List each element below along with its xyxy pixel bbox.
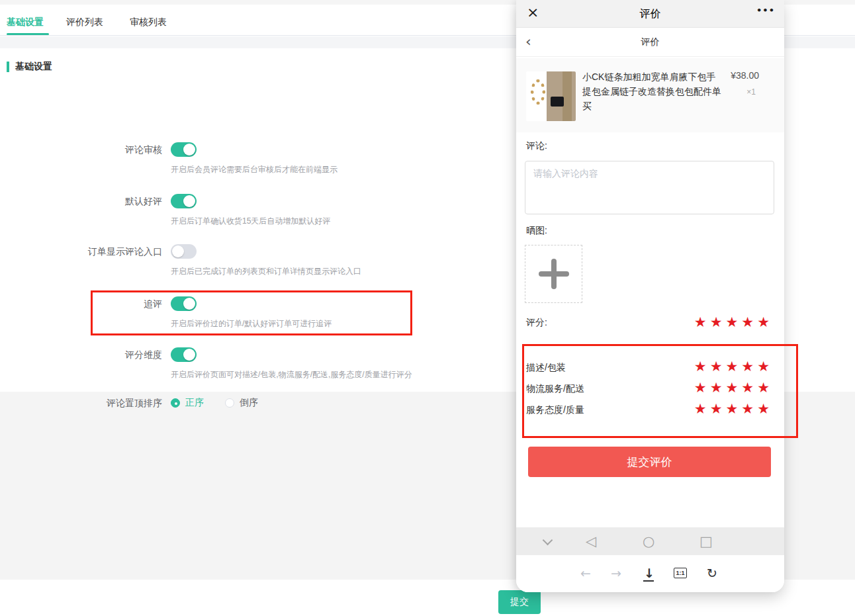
download-underline	[643, 580, 654, 582]
submit-button[interactable]: 提交	[498, 590, 541, 614]
tab-basic-settings[interactable]: 基础设置	[7, 17, 44, 28]
dimension-row: 描述/包装 ★★★★★	[516, 360, 784, 378]
setting-desc-default-praise: 开启后订单确认收货15天后自动增加默认好评	[171, 216, 330, 227]
toggle-knob	[183, 349, 195, 361]
ratio-1-1-icon[interactable]: 1:1	[674, 568, 687, 578]
setting-label-default-praise: 默认好评	[7, 194, 162, 208]
wechat-title: 评价	[516, 7, 784, 21]
comment-label: 评论:	[526, 140, 547, 152]
radio-dot	[225, 398, 234, 408]
radio-label: 正序	[185, 397, 204, 409]
toggle-knob	[172, 245, 184, 257]
radio-sort-ascending[interactable]: 正序	[171, 396, 204, 410]
android-nav-bar: ◁ ○ □	[516, 527, 784, 555]
active-tab-underline	[7, 33, 49, 35]
refresh-icon[interactable]: ↻	[707, 566, 717, 580]
setting-desc-order-entry: 开启后已完成订单的列表页和订单详情页显示评论入口	[171, 266, 361, 277]
coat-graphic	[562, 71, 572, 121]
tab-audit-list[interactable]: 审核列表	[130, 17, 167, 28]
dimension-label: 描述/包装	[526, 362, 566, 374]
mobile-preview: × 评价 ••• ‹ 评价 小CK链条加粗加宽单肩腋下包手提包金属链子改造替换包…	[516, 0, 784, 592]
next-arrow-icon[interactable]: →	[611, 566, 621, 580]
photos-label: 晒图:	[526, 225, 547, 237]
photo-upload-button[interactable]	[525, 245, 582, 303]
setting-label-comment-audit: 评论审核	[7, 142, 162, 157]
dimension-star-rating[interactable]: ★★★★★	[694, 380, 773, 396]
product-image	[526, 71, 576, 121]
section-header: 基础设置	[7, 61, 52, 73]
setting-label-follow-review: 追评	[7, 296, 162, 311]
setting-desc-rating-dimensions: 开启后评价页面可对描述/包装,物流服务/配送,服务态度/质量进行评分	[171, 369, 412, 380]
android-home-icon[interactable]: ○	[643, 533, 654, 549]
chain-graphic	[531, 79, 545, 105]
section-title: 基础设置	[15, 61, 52, 73]
toggle-knob	[183, 298, 195, 310]
setting-label-rating-dimensions: 评分维度	[7, 347, 162, 362]
chevron-down-icon[interactable]	[543, 535, 553, 546]
rating-label: 评分:	[526, 317, 547, 329]
overall-star-rating[interactable]: ★★★★★	[694, 314, 773, 330]
comment-input[interactable]	[525, 161, 774, 214]
product-card: 小CK链条加粗加宽单肩腋下包手提包金属链子改造替换包包配件单买 ¥38.00 ×…	[516, 58, 784, 132]
preview-toolbar: ← → ↓ 1:1 ↻	[516, 555, 784, 592]
download-icon[interactable]: ↓	[644, 566, 654, 580]
page-title: 评价	[516, 36, 784, 48]
dimension-row: 服务态度/质量 ★★★★★	[516, 402, 784, 421]
toggle-order-entry[interactable]	[171, 244, 197, 259]
dimension-star-rating[interactable]: ★★★★★	[694, 359, 773, 374]
bag-graphic	[551, 97, 564, 107]
section-accent-bar	[7, 62, 9, 72]
product-price: ¥38.00	[731, 70, 759, 81]
toggle-follow-review[interactable]	[171, 296, 197, 311]
toggle-rating-dimensions[interactable]	[171, 347, 197, 362]
toggle-knob	[183, 195, 195, 207]
toggle-knob	[183, 144, 195, 155]
wechat-titlebar: × 评价 •••	[516, 0, 784, 28]
page-navbar: ‹ 评价	[516, 28, 784, 57]
dimension-label: 物流服务/配送	[526, 383, 584, 395]
dimension-row: 物流服务/配送 ★★★★★	[516, 381, 784, 400]
plus-icon	[551, 259, 557, 289]
radio-dot	[171, 398, 180, 408]
setting-label-order-entry: 订单显示评论入口	[7, 244, 162, 259]
product-quantity: ×1	[746, 87, 756, 97]
radio-label: 倒序	[240, 397, 258, 409]
dimension-star-rating[interactable]: ★★★★★	[694, 401, 773, 417]
setting-desc-comment-audit: 开启后会员评论需要后台审核后才能在前端显示	[171, 164, 338, 175]
toggle-comment-audit[interactable]	[171, 142, 197, 157]
android-recent-icon[interactable]: □	[699, 533, 713, 549]
dimension-label: 服务态度/质量	[526, 404, 584, 416]
submit-review-button[interactable]: 提交评价	[528, 447, 771, 477]
radio-sort-descending[interactable]: 倒序	[225, 396, 258, 410]
setting-label-comment-sort: 评论置顶排序	[7, 396, 162, 410]
toggle-default-praise[interactable]	[171, 194, 197, 208]
android-back-icon[interactable]: ◁	[586, 533, 596, 549]
setting-desc-follow-review: 开启后评价过的订单/默认好评订单可进行追评	[171, 318, 332, 330]
more-icon[interactable]: •••	[756, 5, 775, 15]
product-title: 小CK链条加粗加宽单肩腋下包手提包金属链子改造替换包包配件单买	[582, 69, 725, 113]
prev-arrow-icon[interactable]: ←	[580, 566, 591, 580]
tab-review-list[interactable]: 评价列表	[66, 17, 103, 28]
